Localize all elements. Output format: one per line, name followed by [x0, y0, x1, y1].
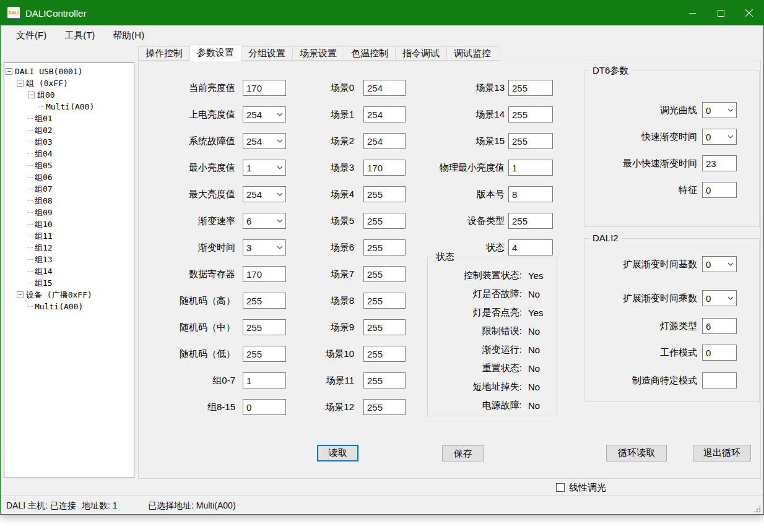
tab-场景设置[interactable]: 场景设置: [292, 46, 344, 61]
input-scene-12[interactable]: [363, 399, 406, 415]
input-random-high[interactable]: [243, 293, 286, 309]
input-random-mid[interactable]: [243, 319, 286, 335]
chevron-down-icon: [725, 296, 736, 300]
input-scene-2[interactable]: [363, 133, 406, 149]
tree-item[interactable]: −组00: [6, 89, 132, 101]
input-status-value[interactable]: [508, 239, 553, 255]
input-scene-0[interactable]: [363, 80, 406, 96]
combo-max-level[interactable]: 254: [243, 186, 286, 202]
combo-dimming-curve[interactable]: 0: [702, 102, 737, 118]
input-manufacturer-mode[interactable]: [702, 372, 737, 388]
tree-item[interactable]: 组08: [6, 195, 132, 207]
input-version[interactable]: [508, 186, 553, 202]
collapse-minus-icon[interactable]: −: [28, 92, 35, 98]
field-row-max-level: 最大亮度值254: [139, 186, 300, 202]
input-scene-14[interactable]: [508, 106, 553, 122]
input-scene-1[interactable]: [363, 106, 406, 122]
tree-item[interactable]: −DALI USB(0001): [6, 66, 132, 77]
tree-indent: [6, 294, 17, 295]
input-data-register[interactable]: [243, 266, 286, 282]
input-current-level[interactable]: [243, 80, 286, 96]
tree-connector: [28, 236, 33, 236]
loop-read-button[interactable]: 循环读取: [606, 445, 667, 461]
menu-item[interactable]: 帮助(H): [106, 27, 150, 44]
tree-item[interactable]: 组03: [6, 136, 132, 148]
input-features[interactable]: [702, 182, 737, 198]
tree-item[interactable]: −设备 (广播0xFF): [6, 289, 132, 301]
menu-item[interactable]: 工具(T): [58, 27, 101, 44]
combo-ext-fade-base[interactable]: 0: [702, 256, 737, 272]
tree-item[interactable]: −组 (0xFF): [6, 77, 132, 89]
tree-item[interactable]: 组12: [6, 242, 132, 254]
input-scene-9[interactable]: [363, 319, 406, 335]
minimize-icon: [689, 10, 696, 17]
tree-item[interactable]: 组09: [6, 207, 132, 218]
combo-ext-fade-mult[interactable]: 0: [702, 290, 737, 306]
tab-调试监控[interactable]: 调试监控: [446, 46, 498, 61]
input-scene-3[interactable]: [363, 160, 406, 176]
input-scene-13[interactable]: [508, 80, 553, 96]
minimize-button[interactable]: [678, 1, 706, 25]
tree-item[interactable]: 组14: [6, 265, 132, 277]
input-light-source-type[interactable]: [702, 318, 737, 334]
exit-loop-button[interactable]: 退出循环: [693, 445, 751, 461]
input-group-8-15[interactable]: [243, 399, 286, 415]
tree-item[interactable]: 组10: [6, 218, 132, 230]
status-value-limit-error: No: [528, 326, 540, 337]
tree-item[interactable]: 组06: [6, 171, 132, 183]
field-label-ext-fade-base: 扩展渐变时间基数: [584, 259, 702, 270]
tree-indent: [6, 283, 28, 283]
collapse-minus-icon[interactable]: −: [17, 291, 24, 298]
tree-item[interactable]: 组02: [6, 124, 132, 136]
input-scene-8[interactable]: [363, 293, 406, 309]
tree-item[interactable]: 组01: [6, 113, 132, 124]
input-scene-4[interactable]: [363, 186, 406, 202]
tree-item[interactable]: 组04: [6, 148, 132, 160]
input-phys-min-level[interactable]: [508, 160, 553, 176]
tree-item[interactable]: Multi(A00): [6, 101, 132, 113]
tree-item[interactable]: Multi(A00): [6, 301, 132, 312]
combo-min-level[interactable]: 1: [243, 160, 286, 176]
tab-色温控制[interactable]: 色温控制: [344, 46, 396, 61]
input-scene-10[interactable]: [363, 346, 406, 362]
tree-item-label: 组06: [35, 172, 53, 183]
input-group-0-7[interactable]: [243, 372, 286, 388]
tree-item[interactable]: 组13: [6, 254, 132, 265]
input-scene-15[interactable]: [508, 133, 553, 149]
input-scene-7[interactable]: [363, 266, 406, 282]
input-scene-6[interactable]: [363, 239, 406, 255]
tab-操作控制[interactable]: 操作控制: [138, 46, 190, 61]
input-operating-mode[interactable]: [702, 345, 737, 361]
input-scene-11[interactable]: [363, 372, 406, 388]
tree-item[interactable]: 组05: [6, 160, 132, 171]
combo-power-on-level[interactable]: 254: [243, 106, 286, 122]
collapse-minus-icon[interactable]: −: [17, 80, 24, 87]
combo-fade-rate[interactable]: 6: [243, 213, 286, 229]
maximize-button[interactable]: [706, 1, 735, 25]
save-button[interactable]: 保存: [442, 445, 484, 461]
combo-fade-time[interactable]: 3: [243, 239, 286, 255]
read-button[interactable]: 读取: [317, 445, 358, 461]
tab-指令调试[interactable]: 指令调试: [395, 46, 447, 61]
combo-system-failure-level[interactable]: 254: [243, 133, 286, 149]
menu-item[interactable]: 文件(F): [10, 27, 53, 44]
close-button[interactable]: [735, 1, 763, 25]
input-device-type[interactable]: [508, 213, 553, 229]
tab-参数设置[interactable]: 参数设置: [189, 45, 241, 61]
tree-item[interactable]: 组11: [6, 230, 132, 242]
collapse-minus-icon[interactable]: −: [6, 68, 12, 75]
combo-fast-fade-time[interactable]: 0: [702, 129, 737, 145]
input-scene-5[interactable]: [363, 213, 406, 229]
linear-dimming-checkbox[interactable]: [556, 483, 565, 492]
tree-item[interactable]: 组15: [6, 277, 132, 289]
tab-分组设置[interactable]: 分组设置: [241, 46, 293, 61]
input-min-fast-fade-time[interactable]: [702, 155, 737, 171]
field-label-scene-15: 场景15: [431, 135, 508, 147]
tree-indent: [6, 236, 28, 236]
field-row-operating-mode: 工作模式: [584, 345, 759, 361]
window-controls: [678, 1, 763, 25]
tree-item[interactable]: 组07: [6, 183, 132, 195]
resize-grip[interactable]: [753, 505, 761, 513]
field-row-power-on-level: 上电亮度值254: [139, 106, 300, 122]
input-random-low[interactable]: [243, 346, 286, 362]
